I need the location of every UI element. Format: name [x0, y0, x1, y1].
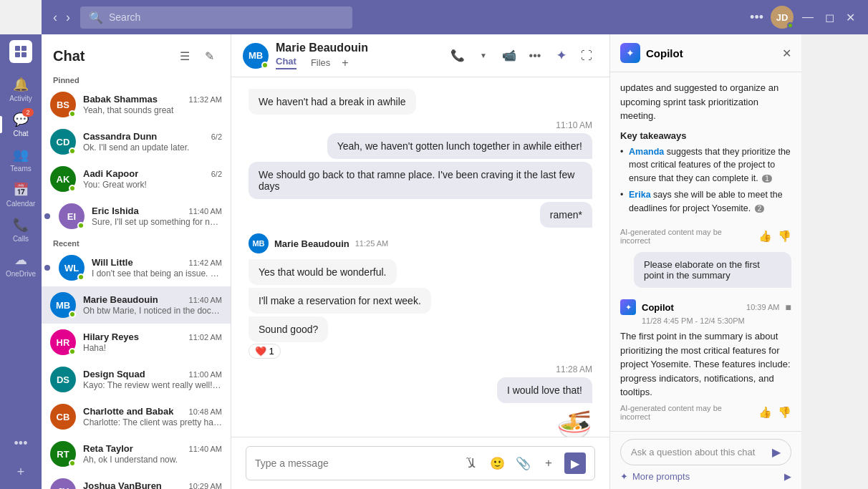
copilot-close-button[interactable]: ✕	[782, 47, 791, 60]
add-apps-button[interactable]: +	[9, 460, 32, 483]
sidebar-item-chat[interactable]: 💬 2 Chat	[0, 107, 42, 142]
copy-button[interactable]: ■	[786, 301, 791, 313]
more-actions-button[interactable]: +	[539, 453, 559, 473]
copilot-response-time: 10:39 AM	[746, 303, 779, 311]
chat-item-top: Charlotte and Babak 10:48 AM	[83, 406, 222, 417]
chat-item-top: Will Little 11:42 AM	[92, 257, 222, 268]
more-options-button[interactable]: •••	[524, 44, 546, 67]
message-time: 11:25 AM	[355, 239, 388, 248]
audio-call-button[interactable]: 📞	[446, 44, 469, 67]
copilot-summary-text: updates and suggested to organize an upc…	[620, 81, 791, 123]
avatar: EI	[59, 203, 85, 229]
close-button[interactable]: ✕	[842, 8, 859, 27]
chat-item-preview: Kayo: The review went really well! Can't…	[83, 380, 222, 390]
sidebar: 🔔 Activity 💬 2 Chat 👥 Teams 📅 Calendar 📞…	[0, 34, 42, 489]
thumbs-up-button[interactable]: 👍	[758, 230, 772, 243]
chat-header-info: Marie Beaudouin Chat Files +	[276, 42, 446, 69]
send-ask-button[interactable]: ▶	[772, 445, 781, 459]
avatar: BS	[50, 92, 76, 117]
sidebar-item-chat-label: Chat	[13, 130, 28, 137]
video-call-button[interactable]: 📹	[498, 44, 521, 67]
maximize-button[interactable]: ◻	[821, 8, 839, 27]
filter-button[interactable]: ☰	[175, 46, 195, 66]
chat-item-top: Reta Taylor 11:40 AM	[83, 443, 222, 454]
copilot-feedback: AI-generated content may be incorrect 👍 …	[620, 228, 791, 245]
sidebar-item-activity[interactable]: 🔔 Activity	[0, 72, 42, 107]
avatar-status	[69, 147, 76, 155]
list-item[interactable]: CD Cassandra Dunn 6/2 Ok. I'll send an u…	[42, 123, 231, 160]
top-actions: ••• JD — ◻ ✕	[747, 6, 859, 29]
message-group: We haven't had a break in awhile	[249, 89, 592, 115]
expand-button[interactable]: ⛶	[575, 44, 598, 67]
message-input[interactable]	[255, 457, 455, 469]
message-input-area: ﻶ 🙂 📎 + ▶	[231, 437, 609, 489]
sidebar-item-activity-label: Activity	[9, 95, 32, 102]
send-button[interactable]: ▶	[564, 452, 586, 474]
chat-item-name: Aadi Kapoor	[83, 168, 138, 179]
thumbs-up-button-2[interactable]: 👍	[758, 406, 772, 419]
minimize-button[interactable]: —	[798, 8, 818, 27]
messages-area: We haven't had a break in awhile 11:10 A…	[231, 77, 609, 437]
sidebar-item-onedrive[interactable]: ☁ OneDrive	[0, 247, 42, 282]
more-options-button[interactable]: •••	[747, 7, 766, 28]
chat-item-time: 11:42 AM	[189, 258, 222, 267]
chat-badge: 2	[22, 108, 34, 117]
more-apps-button[interactable]: •••	[9, 432, 32, 455]
add-tab-button[interactable]: +	[342, 57, 348, 69]
avatar: RT	[50, 441, 76, 467]
search-box[interactable]: 🔍	[80, 6, 352, 29]
chat-header-actions: 📞 ▼ 📹 ••• ✦ ⛶	[446, 44, 598, 67]
tab-chat[interactable]: Chat	[276, 56, 296, 69]
message-bubble: I would love that!	[497, 377, 592, 403]
compose-button[interactable]: ✎	[199, 46, 219, 66]
list-item[interactable]: DS Design Squad 11:00 AM Kayo: The revie…	[42, 361, 231, 398]
avatar[interactable]: JD	[771, 6, 794, 29]
call-dropdown-button[interactable]: ▼	[472, 44, 495, 67]
chat-item-preview: You: Great work!	[83, 180, 222, 190]
sidebar-item-calls[interactable]: 📞 Calls	[0, 212, 42, 247]
format-button[interactable]: ﻶ	[461, 453, 481, 473]
message-with-reaction: Sound good? ❤️ 1	[249, 316, 328, 359]
copilot-ask-input[interactable]: Ask a question about this chat ▶	[620, 439, 791, 465]
list-item[interactable]: HR Hilary Reyes 11:02 AM Haha!	[42, 324, 231, 361]
nav-back-button[interactable]: ‹	[50, 7, 60, 28]
list-item[interactable]: JV Joshua VanBuren 10:29 AM Thanks for r…	[42, 473, 231, 489]
tab-files[interactable]: Files	[311, 57, 330, 68]
copilot-feedback-2: AI-generated content may be incorrect 👍 …	[620, 404, 791, 421]
svg-rect-1	[21, 46, 26, 51]
ai-disclaimer-2: AI-generated content may be incorrect	[620, 404, 753, 421]
sidebar-item-teams[interactable]: 👥 Teams	[0, 142, 42, 177]
list-item[interactable]: RT Reta Taylor 11:40 AM Ah, ok I underst…	[42, 435, 231, 473]
copilot-date-range: 11/28 4:45 PM - 12/4 5:30PM	[642, 316, 791, 325]
search-input[interactable]	[109, 11, 344, 23]
emoji-button[interactable]: 🙂	[487, 453, 507, 473]
thumbs-down-button-2[interactable]: 👎	[778, 406, 791, 419]
copilot-button[interactable]: ✦	[549, 44, 572, 67]
reaction-button[interactable]: ❤️ 1	[249, 344, 281, 359]
list-item[interactable]: MB Marie Beaudouin 11:40 AM Oh btw Marie…	[42, 286, 231, 324]
avatar: HR	[50, 329, 76, 355]
list-item[interactable]: CB Charlotte and Babak 10:48 AM Charlott…	[42, 398, 231, 435]
chat-item-top: Marie Beaudouin 11:40 AM	[83, 294, 222, 305]
recent-section-label: Recent	[42, 235, 231, 249]
chat-item-content: Joshua VanBuren 10:29 AM Thanks for revi…	[83, 480, 222, 489]
message-bubble: Sound good?	[249, 316, 328, 342]
attach-button[interactable]: 📎	[513, 453, 533, 473]
list-item[interactable]: EI Eric Ishida 11:40 AM Sure, I'll set u…	[42, 198, 231, 235]
list-item[interactable]: BS Babak Shammas 11:32 AM Yeah, that sou…	[42, 86, 231, 123]
pinned-section-label: Pinned	[42, 72, 231, 86]
list-item[interactable]: WL Will Little 11:42 AM I don't see that…	[42, 249, 231, 286]
chat-item-name: Cassandra Dunn	[83, 131, 157, 142]
reference-2: 2	[755, 205, 765, 213]
message-bubble: Yes that would be wonderful.	[249, 259, 397, 285]
sender-name: Marie Beaudouin	[274, 238, 349, 249]
nav-forward-button[interactable]: ›	[63, 7, 73, 28]
list-item[interactable]: AK Aadi Kapoor 6/2 You: Great work!	[42, 160, 231, 198]
contact-status	[261, 62, 269, 69]
teams-icon: 👥	[12, 146, 29, 163]
sidebar-item-calendar[interactable]: 📅 Calendar	[0, 177, 42, 212]
content-area: 🔔 Activity 💬 2 Chat 👥 Teams 📅 Calendar 📞…	[0, 34, 801, 489]
thumbs-down-button[interactable]: 👎	[778, 230, 791, 243]
more-prompts-button[interactable]: ✦ More prompts ▶	[620, 471, 791, 482]
avatar: MB	[50, 292, 76, 318]
